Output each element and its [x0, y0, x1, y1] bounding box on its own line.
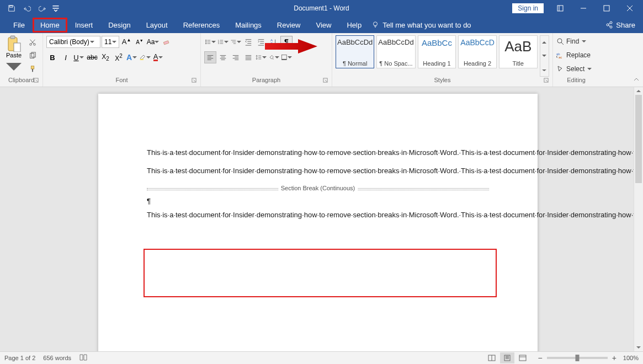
style-heading-2[interactable]: AaBbCcDHeading 2: [458, 35, 497, 68]
minimize-button[interactable]: [572, 0, 594, 17]
web-layout-button[interactable]: [516, 352, 530, 363]
text-effects-button[interactable]: A: [126, 51, 138, 63]
font-dialog-launcher[interactable]: [190, 77, 197, 84]
search-icon: [556, 38, 564, 45]
italic-button[interactable]: I: [60, 51, 72, 63]
sign-in-button[interactable]: Sign in: [512, 3, 544, 13]
format-painter-button[interactable]: [26, 63, 39, 75]
page[interactable]: This·is·a·test·document·for·Insider·demo…: [98, 94, 538, 351]
close-button[interactable]: [619, 0, 641, 17]
undo-icon[interactable]: [20, 1, 34, 15]
cut-button[interactable]: [26, 36, 39, 49]
scroll-thumb[interactable]: [635, 95, 642, 183]
bold-button[interactable]: B: [46, 51, 59, 63]
read-mode-button[interactable]: [485, 352, 499, 363]
style-title[interactable]: AaBTitle: [499, 35, 538, 68]
borders-button[interactable]: [280, 51, 293, 63]
change-case-button[interactable]: Aa: [147, 36, 159, 48]
style-heading-1[interactable]: AaBbCcHeading 1: [418, 35, 456, 68]
align-center-button[interactable]: [217, 51, 229, 63]
styles-scroll-up[interactable]: [540, 36, 549, 49]
zoom-slider[interactable]: [547, 357, 608, 359]
tab-review[interactable]: Review: [269, 18, 309, 33]
ribbon-display-options-icon[interactable]: [549, 0, 571, 17]
find-button[interactable]: Find: [556, 35, 592, 47]
paragraph[interactable]: This·is·a·test·document·for·Insider·demo…: [147, 166, 489, 176]
svg-point-3: [374, 22, 378, 26]
highlighter-icon: [139, 53, 146, 61]
tab-help[interactable]: Help: [339, 18, 369, 33]
maximize-button[interactable]: [596, 0, 618, 17]
svg-point-19: [205, 40, 206, 41]
zoom-in-button[interactable]: +: [612, 354, 617, 362]
tell-me-search[interactable]: Tell me what you want to do: [371, 21, 471, 29]
font-size-combo[interactable]: 11: [102, 36, 119, 48]
scroll-up-button[interactable]: [634, 87, 643, 95]
vertical-scrollbar[interactable]: [634, 87, 643, 351]
tab-view[interactable]: View: [308, 18, 339, 33]
qat-customize-icon[interactable]: [51, 1, 61, 15]
redo-icon[interactable]: [35, 1, 50, 15]
print-layout-button[interactable]: [500, 352, 514, 363]
shrink-font-button[interactable]: A▼: [134, 36, 146, 48]
clipboard-dialog-launcher[interactable]: [33, 77, 39, 84]
highlight-button[interactable]: [139, 51, 151, 63]
copy-button[interactable]: [26, 50, 39, 62]
scroll-down-button[interactable]: [634, 344, 643, 351]
collapse-ribbon-button[interactable]: [633, 75, 640, 85]
tab-design[interactable]: Design: [100, 18, 138, 33]
cursor-icon: [556, 65, 564, 73]
tab-mailings[interactable]: Mailings: [227, 18, 269, 33]
styles-dialog-launcher[interactable]: [543, 77, 549, 84]
zoom-out-button[interactable]: −: [538, 354, 542, 362]
zoom-level[interactable]: 100%: [623, 355, 639, 361]
tab-references[interactable]: References: [176, 18, 227, 33]
tab-layout[interactable]: Layout: [139, 18, 176, 33]
paragraph-mark[interactable]: ¶: [147, 196, 489, 207]
strikethrough-button[interactable]: abc: [86, 51, 98, 63]
sort-button[interactable]: AZ: [268, 36, 280, 48]
paste-icon: [6, 35, 22, 52]
paragraph[interactable]: This·is·a·test·document·for·Insider·demo…: [147, 148, 489, 158]
align-right-button[interactable]: [230, 51, 242, 63]
font-color-button[interactable]: A: [152, 51, 164, 63]
section-break[interactable]: Section Break (Continuous): [147, 184, 489, 194]
page-number-status[interactable]: Page 1 of 2: [4, 355, 35, 361]
multilevel-list-button[interactable]: [230, 36, 242, 48]
styles-expand[interactable]: [540, 63, 549, 76]
tab-file[interactable]: File: [6, 18, 33, 33]
numbering-button[interactable]: 123: [217, 36, 229, 48]
document-area[interactable]: This·is·a·test·document·for·Insider·demo…: [0, 87, 634, 351]
shading-button[interactable]: [268, 51, 280, 63]
justify-button[interactable]: [242, 51, 254, 63]
tab-insert[interactable]: Insert: [67, 18, 101, 33]
line-spacing-button[interactable]: [255, 51, 267, 63]
increase-indent-button[interactable]: [255, 36, 267, 48]
save-icon[interactable]: [4, 1, 19, 15]
align-left-button[interactable]: [204, 51, 216, 63]
spellcheck-status[interactable]: [79, 354, 88, 362]
clear-formatting-button[interactable]: [160, 36, 172, 48]
select-button[interactable]: Select: [556, 63, 592, 75]
paragraph-dialog-launcher[interactable]: [322, 77, 328, 84]
style-normal[interactable]: AaBbCcDd¶ Normal: [336, 35, 374, 68]
bullets-button[interactable]: [204, 36, 216, 48]
paste-button[interactable]: Paste: [3, 35, 24, 75]
show-hide-paragraph-marks-button[interactable]: ¶: [280, 36, 293, 48]
superscript-button[interactable]: X2: [113, 51, 125, 63]
lightbulb-icon: [371, 21, 379, 29]
font-name-combo[interactable]: Calibri (Body): [46, 36, 100, 48]
decrease-indent-button[interactable]: [242, 36, 254, 48]
styles-scroll-down[interactable]: [540, 49, 549, 62]
style-no-spacing[interactable]: AaBbCcDd¶ No Spac...: [376, 35, 415, 68]
paragraph[interactable]: This·is·a·test·document·for·Insider·demo…: [147, 210, 489, 221]
underline-button[interactable]: U: [73, 51, 85, 63]
replace-icon: abac: [556, 51, 564, 59]
tab-home[interactable]: Home: [33, 18, 67, 33]
share-button[interactable]: Share: [605, 21, 635, 29]
title-bar: Document1 - Word Sign in: [0, 0, 643, 17]
word-count-status[interactable]: 656 words: [43, 355, 71, 361]
replace-button[interactable]: abacReplace: [556, 49, 592, 61]
grow-font-button[interactable]: A▲: [120, 36, 132, 48]
subscript-button[interactable]: X2: [99, 51, 111, 63]
